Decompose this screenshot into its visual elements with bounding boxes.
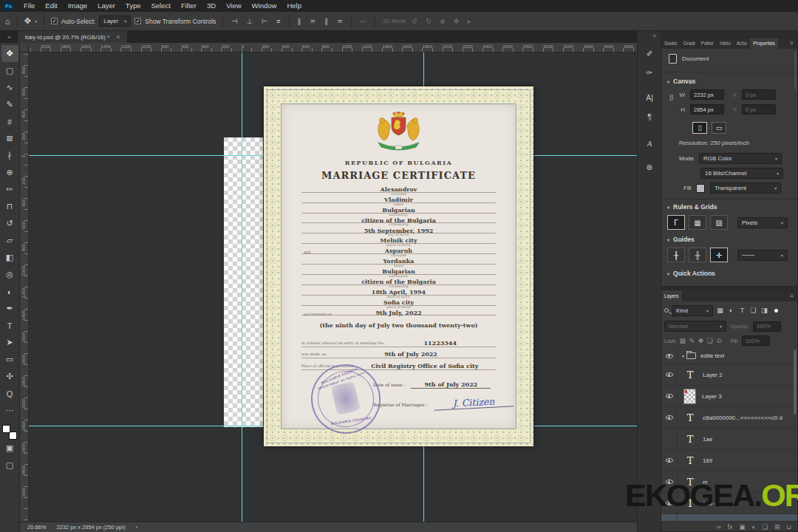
adjustment-layer-icon[interactable]: ◐ xyxy=(751,523,755,531)
tab-gradi[interactable]: Gradi xyxy=(681,38,698,49)
toggle-grid-button[interactable]: ▦ xyxy=(689,215,706,230)
lock-artboard-icon[interactable]: ❏ xyxy=(707,337,713,344)
type-tool[interactable]: T xyxy=(1,317,18,334)
lock-position-icon[interactable]: ✥ xyxy=(698,337,703,344)
canvas-section-header[interactable]: ▾ Canvas xyxy=(667,78,695,85)
blend-mode-dropdown[interactable]: Normal▾ xyxy=(664,321,726,332)
collapse-icon[interactable]: » xyxy=(653,33,656,39)
certificate-document[interactable]: REPUBLIC OF BULGARIA MARRIAGE CERTIFICAT… xyxy=(264,86,533,446)
layer-row[interactable]: Tc8a0000000...<<<<<<<<<c0 d xyxy=(661,407,797,429)
menu-window[interactable]: Window xyxy=(247,0,282,12)
auto-select-checkbox[interactable]: ✓ xyxy=(51,18,58,24)
rectangle-tool[interactable]: ▭ xyxy=(1,351,18,368)
panel-menu-icon[interactable]: ≡ xyxy=(786,290,797,301)
align-center-icon[interactable]: ⊥ xyxy=(245,17,253,25)
menu-edit[interactable]: Edit xyxy=(40,0,62,12)
edit-guides-button[interactable]: ✛ xyxy=(710,248,728,262)
toggle-smart-guides-button[interactable]: ╫ xyxy=(689,248,706,262)
layer-visibility-toggle[interactable] xyxy=(661,407,678,428)
menu-help[interactable]: Help xyxy=(282,0,307,12)
home-icon[interactable]: ⌂ xyxy=(5,17,10,26)
clone-stamp-tool[interactable]: ⊓ xyxy=(1,198,18,215)
guides-section-header[interactable]: ▾ Guides xyxy=(667,236,695,243)
distribute-top-icon[interactable]: ≍ xyxy=(335,17,344,25)
new-layer-icon[interactable]: ⊞ xyxy=(774,523,780,531)
lock-paint-icon[interactable]: ✎ xyxy=(689,337,695,344)
3d-zoom-icon[interactable]: ▸ xyxy=(466,17,473,25)
layer-visibility-toggle[interactable] xyxy=(661,364,678,385)
tab-patter[interactable]: Patter xyxy=(698,38,717,49)
align-edges-icon[interactable]: ≡ xyxy=(275,17,282,25)
link-layers-icon[interactable]: ∞ xyxy=(717,523,721,531)
filter-shape-layers-icon[interactable]: ❏ xyxy=(748,307,759,314)
marquee-tool[interactable]: ▢ xyxy=(1,62,18,79)
brush-settings-icon[interactable]: ✐ xyxy=(640,44,659,62)
landscape-orientation-button[interactable]: ▭ xyxy=(712,122,726,134)
layer-row[interactable]: Layer 3 xyxy=(661,386,797,407)
tab-actio[interactable]: Actio xyxy=(734,38,750,49)
lock-all-icon[interactable]: ⊙ xyxy=(717,337,722,344)
hand-tool[interactable]: ✣ xyxy=(1,368,18,385)
tab-layers[interactable]: Layers xyxy=(661,290,682,301)
zoom-tool[interactable]: Q xyxy=(1,385,18,402)
clone-source-icon[interactable]: ✑ xyxy=(640,64,659,81)
bit-depth-dropdown[interactable]: 16 Bits/Channel▾ xyxy=(700,168,783,179)
scrollbar[interactable] xyxy=(794,51,797,89)
layer-visibility-toggle[interactable] xyxy=(661,514,678,521)
layer-mask-icon[interactable]: ▣ xyxy=(739,523,745,531)
layer-row[interactable]: TLayer 2 xyxy=(661,364,797,386)
width-input[interactable]: 2232 px xyxy=(690,89,724,100)
distribute-horizontal-icon[interactable]: ≍ xyxy=(308,17,317,25)
tab-swatc[interactable]: Swatc xyxy=(661,38,681,49)
eraser-tool[interactable]: ▱ xyxy=(1,232,18,249)
dodge-tool[interactable]: ◐ xyxy=(1,283,18,300)
chevron-down-icon[interactable]: ▾ xyxy=(682,353,684,358)
3d-rotate-icon[interactable]: ↺ xyxy=(410,17,419,25)
menu-type[interactable]: Type xyxy=(120,0,146,12)
fill-swatch[interactable] xyxy=(696,184,705,193)
show-transform-checkbox[interactable]: ✓ xyxy=(134,18,141,24)
screen-mode-icon[interactable]: ▢ xyxy=(1,457,18,474)
filter-toggle-icon[interactable] xyxy=(774,309,778,313)
tab-properties[interactable]: Properties xyxy=(750,38,778,49)
align-left-icon[interactable]: ⊣ xyxy=(230,17,239,25)
quick-actions-section-header[interactable]: ▾ Quick Actions xyxy=(667,270,715,277)
canvas-area[interactable]: REPUBLIC OF BULGARIA MARRIAGE CERTIFICAT… xyxy=(29,52,637,522)
move-tool[interactable]: ✥ xyxy=(1,45,18,62)
menu-view[interactable]: View xyxy=(221,0,246,12)
layer-row[interactable]: T1ae xyxy=(661,429,797,450)
menu-3d[interactable]: 3D xyxy=(202,0,221,12)
filter-type-layers-icon[interactable]: T xyxy=(737,307,748,314)
foreground-color-swatch[interactable] xyxy=(2,425,10,433)
menu-file[interactable]: File xyxy=(18,0,40,12)
align-right-icon[interactable]: ⊢ xyxy=(260,17,269,25)
3d-roll-icon[interactable]: ↻ xyxy=(424,17,433,25)
tab-histo[interactable]: Histo xyxy=(717,38,734,49)
filter-smart-objects-icon[interactable]: ◨ xyxy=(759,307,770,314)
close-icon[interactable]: × xyxy=(116,33,120,41)
vertical-ruler[interactable]: 8006004002000200400600800100012001400160… xyxy=(20,52,29,522)
fill-dropdown[interactable]: Transparent▾ xyxy=(710,183,781,194)
pen-tool[interactable]: ✒ xyxy=(1,300,18,317)
opacity-input[interactable]: 100% xyxy=(753,321,781,332)
height-input[interactable]: 2854 px xyxy=(690,104,724,115)
layer-row[interactable]: ▾edite text xyxy=(661,348,797,364)
new-group-icon[interactable]: ❏ xyxy=(763,523,768,531)
toggle-guides-button[interactable]: ╂ xyxy=(667,248,685,262)
frame-tool[interactable]: ⊠ xyxy=(1,130,18,147)
toggle-pixel-grid-button[interactable]: ▨ xyxy=(710,215,728,230)
libraries-icon[interactable]: ⊛ xyxy=(640,158,659,176)
layer-visibility-toggle[interactable] xyxy=(661,348,678,364)
layer-visibility-toggle[interactable] xyxy=(661,450,678,471)
lasso-tool[interactable]: ∿ xyxy=(1,79,18,96)
filter-adjustment-layers-icon[interactable]: ◐ xyxy=(726,307,737,314)
blur-tool[interactable]: ◎ xyxy=(1,266,18,283)
panel-menu-icon[interactable]: ≡ xyxy=(786,38,797,49)
menu-layer[interactable]: Layer xyxy=(92,0,120,12)
document-tab[interactable]: Italy id.psd @ 20.7% (RGB/16) * × xyxy=(18,31,126,43)
gradient-tool[interactable]: ◧ xyxy=(1,249,18,266)
color-swatches[interactable] xyxy=(2,425,17,440)
link-dimensions-icon[interactable]: 8 xyxy=(669,94,674,102)
character-panel-icon[interactable]: A| xyxy=(640,89,659,106)
menu-select[interactable]: Select xyxy=(146,0,175,12)
